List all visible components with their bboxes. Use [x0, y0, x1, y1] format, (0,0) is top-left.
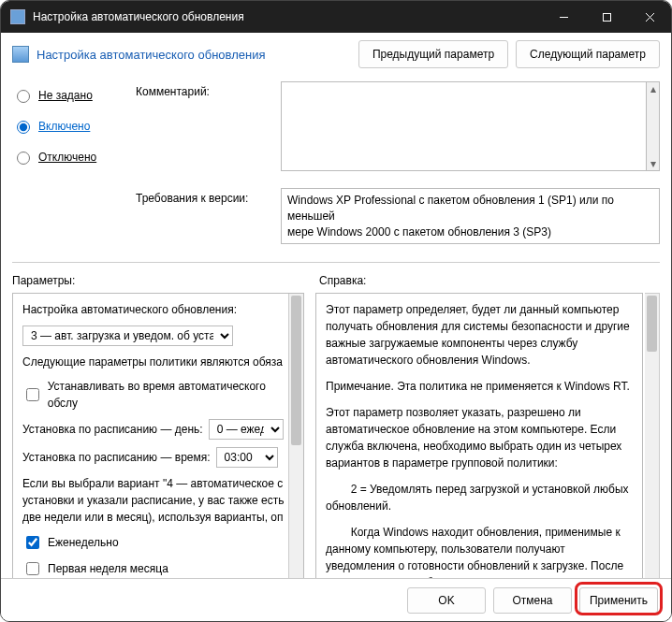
header-row: Настройка автоматического обновления Пре…: [12, 40, 660, 68]
upper-right: Комментарий: ▴ ▾ Требования к версии: Wi…: [136, 81, 660, 260]
close-button[interactable]: [628, 1, 671, 33]
titlebar: Настройка автоматического обновления: [1, 1, 671, 33]
policy-title: Настройка автоматического обновления: [37, 48, 351, 62]
first-week-checkbox[interactable]: [26, 562, 39, 575]
content-area: Настройка автоматического обновления Пре…: [1, 33, 671, 580]
apply-button[interactable]: Применить: [579, 587, 658, 614]
app-icon: [10, 9, 25, 24]
svg-rect-0: [603, 13, 610, 21]
policy-icon: [12, 46, 29, 63]
cancel-button[interactable]: Отмена: [493, 587, 572, 614]
comment-scrollbar[interactable]: ▴ ▾: [647, 81, 660, 171]
weekly-checkbox[interactable]: [26, 536, 39, 549]
window-title: Настройка автоматического обновления: [33, 10, 542, 23]
options-section-label: Параметры:: [12, 274, 304, 287]
help-scrollbar[interactable]: [645, 293, 660, 592]
first-week-label: Первая неделя месяца: [48, 560, 168, 577]
lower-area: Настройка автоматического обновления: 3 …: [12, 293, 660, 592]
schedule-time-select[interactable]: 03:00: [216, 447, 278, 468]
next-setting-button[interactable]: Следующий параметр: [516, 40, 660, 68]
supported-line-3: Вариант 7 поддерживается только на серве…: [287, 241, 653, 244]
not-configured-label[interactable]: Не задано: [38, 89, 93, 102]
supported-label: Требования к версии:: [136, 188, 271, 205]
help-p1: Этот параметр определяет, будет ли данны…: [326, 301, 633, 369]
options-panel: Настройка автоматического обновления: 3 …: [12, 293, 304, 592]
ok-button[interactable]: OK: [407, 587, 486, 614]
state-radio-group: Не задано Включено Отключено: [12, 81, 124, 260]
supported-line-1: Windows XP Professional с пакетом обновл…: [287, 193, 653, 224]
scroll-up-icon[interactable]: ▴: [647, 82, 659, 95]
config-select[interactable]: 3 — авт. загрузка и уведом. об устан: [22, 325, 233, 346]
not-configured-radio[interactable]: [17, 90, 30, 103]
option4-note: Если вы выбрали вариант "4 — автоматичес…: [22, 475, 294, 526]
help-panel: Этот параметр определяет, будет ли данны…: [315, 293, 643, 592]
schedule-day-select[interactable]: 0 — ежедн: [209, 419, 284, 440]
supported-line-2: мере Windows 2000 с пакетом обновления 3…: [287, 224, 653, 240]
help-section-label: Справка:: [319, 274, 660, 287]
enabled-label[interactable]: Включено: [38, 120, 90, 133]
comment-label: Комментарий:: [136, 81, 271, 98]
config-label: Настройка автоматического обновления:: [22, 301, 294, 318]
help-p2: Примечание. Эта политика не применяется …: [326, 378, 633, 395]
minimize-button[interactable]: [542, 1, 585, 33]
help-wrap: Этот параметр определяет, будет ли данны…: [315, 293, 660, 592]
next-policies-note: Следующие параметры политики являются об…: [22, 354, 294, 370]
comment-textarea[interactable]: [281, 81, 647, 171]
scroll-down-icon[interactable]: ▾: [647, 157, 659, 170]
install-maint-label: Устанавливать во время автоматического о…: [48, 378, 294, 412]
disabled-radio[interactable]: [17, 152, 30, 165]
help-p3: Этот параметр позволяет указать, разреше…: [326, 404, 633, 471]
schedule-day-label: Установка по расписанию — день:: [22, 421, 203, 438]
help-p4: 2 = Уведомлять перед загрузкой и установ…: [326, 481, 633, 514]
maximize-button[interactable]: [585, 1, 628, 33]
section-titles: Параметры: Справка:: [12, 274, 660, 287]
supported-text: Windows XP Professional с пакетом обновл…: [281, 188, 660, 244]
weekly-label: Еженедельно: [48, 534, 119, 551]
options-scrollbar[interactable]: [288, 294, 303, 591]
scrollbar-thumb[interactable]: [647, 296, 657, 352]
upper-area: Не задано Включено Отключено Комментарий…: [12, 81, 660, 263]
disabled-label[interactable]: Отключено: [38, 151, 96, 164]
previous-setting-button[interactable]: Предыдущий параметр: [358, 40, 508, 68]
schedule-time-label: Установка по расписанию — время:: [22, 449, 211, 466]
footer: OK Отмена Применить: [1, 578, 671, 621]
scrollbar-thumb[interactable]: [291, 296, 301, 445]
enabled-radio[interactable]: [17, 121, 30, 134]
install-maint-checkbox[interactable]: [26, 388, 39, 401]
